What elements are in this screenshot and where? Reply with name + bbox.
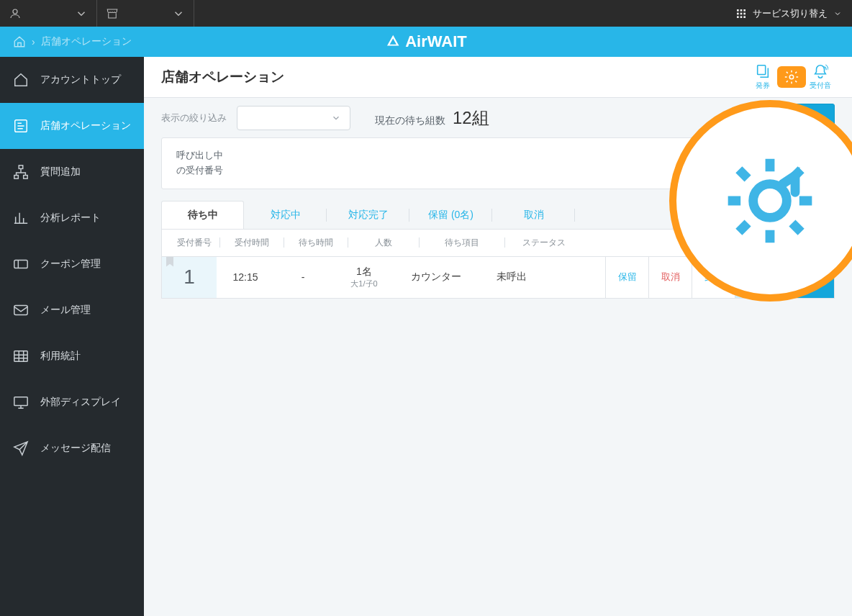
logo-icon: [385, 34, 401, 50]
app-logo: AirWAIT: [385, 32, 467, 51]
count-value: 12組: [453, 108, 489, 127]
sidebar-item-store-operation[interactable]: 店舗オペレーション: [0, 103, 144, 149]
chevron-down-icon: [75, 7, 88, 20]
filter-label: 表示の絞り込み: [161, 112, 227, 124]
svg-rect-15: [14, 351, 27, 362]
svg-rect-7: [740, 16, 743, 18]
svg-rect-5: [743, 12, 746, 14]
sidebar-item-label: メール管理: [40, 304, 91, 317]
operation-icon: [13, 118, 29, 134]
sidebar-item-label: 分析レポート: [40, 212, 101, 225]
tab-done[interactable]: 対応完了: [327, 201, 409, 229]
th-wait: 待ち時間: [287, 237, 345, 249]
cell-time: 12:15: [217, 257, 274, 298]
sound-button[interactable]: 受付音: [806, 63, 835, 91]
sitemap-icon: [13, 164, 29, 180]
tab-cancel[interactable]: 取消: [492, 201, 575, 229]
th-num: 受付番号: [172, 237, 217, 249]
chevron-down-icon: [833, 9, 842, 18]
page-title: 店舗オペレーション: [161, 68, 748, 86]
svg-rect-2: [743, 9, 746, 12]
sidebar-item-question-add[interactable]: 質問追加: [0, 149, 144, 195]
svg-rect-8: [743, 16, 746, 18]
th-item: 待ち項目: [422, 237, 502, 249]
svg-point-20: [753, 184, 787, 218]
svg-rect-4: [740, 12, 743, 14]
sidebar-item-label: 外部ディスプレイ: [40, 396, 121, 409]
bookmark-icon: [166, 257, 173, 267]
tab-in-progress[interactable]: 対応中: [244, 201, 327, 229]
th-people: 人数: [351, 237, 416, 249]
cell-number: 1: [162, 257, 217, 298]
svg-rect-1: [740, 9, 743, 12]
page-header: 店舗オペレーション 発券 受付音: [144, 57, 852, 98]
sidebar-item-message[interactable]: メッセージ配信: [0, 425, 144, 471]
sidebar-item-usage-stats[interactable]: 利用統計: [0, 333, 144, 379]
breadcrumb-page: 店舗オペレーション: [41, 35, 132, 48]
svg-rect-16: [14, 397, 27, 406]
svg-rect-14: [14, 306, 27, 315]
account-dropdown[interactable]: [0, 0, 97, 27]
gear-icon: [784, 69, 799, 85]
chevron-down-icon: [331, 113, 341, 123]
cell-status: 未呼出: [476, 257, 548, 298]
th-time: 受付時間: [223, 237, 281, 249]
svg-rect-17: [758, 65, 766, 75]
sidebar-item-label: 質問追加: [40, 166, 81, 178]
service-switch[interactable]: サービス切り替え: [725, 0, 852, 27]
sound-label: 受付音: [810, 81, 831, 91]
home-icon[interactable]: [13, 35, 26, 48]
sidebar-item-external-display[interactable]: 外部ディスプレイ: [0, 379, 144, 425]
chart-icon: [13, 210, 29, 226]
filter-dropdown[interactable]: [237, 106, 350, 130]
table-icon: [13, 348, 29, 364]
sidebar: アカウントトップ 店舗オペレーション 質問追加 分析レポート クーポン管理 メー…: [0, 57, 144, 616]
sidebar-item-label: メッセージ配信: [40, 442, 111, 455]
svg-rect-6: [737, 16, 739, 18]
grid-icon: [735, 8, 747, 19]
row-hold-button[interactable]: 保留: [605, 257, 648, 298]
settings-button[interactable]: [777, 66, 806, 88]
sidebar-item-label: クーポン管理: [40, 258, 101, 271]
sidebar-item-coupon[interactable]: クーポン管理: [0, 241, 144, 287]
sidebar-item-mail[interactable]: メール管理: [0, 287, 144, 333]
tab-waiting[interactable]: 待ち中: [161, 201, 244, 229]
svg-rect-3: [737, 12, 739, 14]
svg-rect-10: [19, 166, 23, 169]
sidebar-item-account-top[interactable]: アカウントトップ: [0, 57, 144, 103]
store-icon: [106, 7, 119, 20]
store-dropdown[interactable]: [97, 0, 194, 27]
row-cancel-button[interactable]: 取消: [648, 257, 692, 298]
cell-people: 1名 大1/子0: [332, 257, 396, 298]
count-label: 現在の待ち組数: [375, 114, 445, 126]
svg-point-18: [789, 75, 794, 79]
main-content: 店舗オペレーション 発券 受付音 表示の絞り込み 現在の待ち組数 12組: [144, 57, 852, 616]
logo-text: AirWAIT: [405, 32, 467, 51]
tab-hold[interactable]: 保留 (0名): [409, 201, 492, 229]
mail-icon: [13, 302, 29, 318]
breadcrumb-bar: › 店舗オペレーション AirWAIT: [0, 27, 852, 57]
sidebar-item-label: アカウントトップ: [40, 73, 121, 86]
ticket-icon: [755, 63, 771, 79]
service-switch-label: サービス切り替え: [753, 7, 828, 20]
ticket-button[interactable]: 発券: [748, 63, 777, 91]
sidebar-item-label: 店舗オペレーション: [40, 119, 131, 132]
home-icon: [13, 72, 29, 88]
monitor-icon: [13, 394, 29, 410]
breadcrumb-sep: ›: [32, 36, 35, 47]
cell-wait: -: [274, 257, 332, 298]
send-icon: [13, 440, 29, 456]
svg-rect-11: [14, 176, 19, 179]
sidebar-item-analytics[interactable]: 分析レポート: [0, 195, 144, 241]
waiting-count: 現在の待ち組数 12組: [375, 107, 489, 130]
svg-rect-0: [737, 9, 739, 12]
sidebar-item-label: 利用統計: [40, 350, 81, 363]
topbar: サービス切り替え: [0, 0, 852, 27]
svg-rect-13: [14, 261, 27, 268]
svg-rect-12: [24, 176, 27, 179]
th-status: ステータス: [508, 237, 580, 249]
breadcrumb: › 店舗オペレーション: [0, 35, 145, 48]
user-icon: [9, 7, 22, 20]
ticket-label: 発券: [756, 81, 770, 91]
ticket-icon: [13, 256, 29, 272]
